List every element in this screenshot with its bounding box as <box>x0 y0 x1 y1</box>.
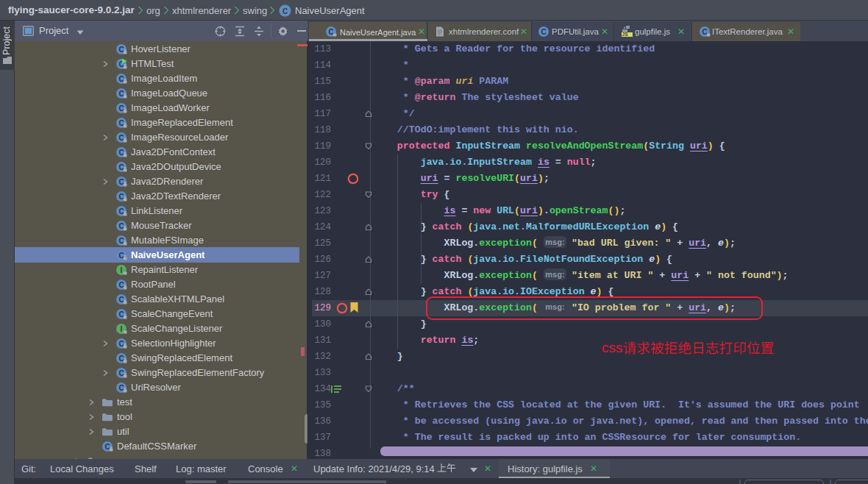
svg-text:C: C <box>118 296 124 304</box>
svg-text:I: I <box>121 325 123 333</box>
svg-text:C: C <box>118 75 124 83</box>
svg-text:C: C <box>118 104 124 113</box>
svg-text:JS: JS <box>622 32 629 37</box>
svg-text:C: C <box>118 384 124 392</box>
svg-text:C: C <box>118 134 124 142</box>
svg-text:C: C <box>541 28 546 36</box>
svg-text:C: C <box>118 355 124 363</box>
svg-text:C: C <box>118 178 124 186</box>
svg-text:C: C <box>118 119 124 127</box>
svg-text:C: C <box>118 310 124 318</box>
svg-text:C: C <box>118 252 124 260</box>
svg-text:C: C <box>118 90 124 98</box>
svg-text:C: C <box>118 163 124 171</box>
svg-text:C: C <box>118 149 124 157</box>
svg-text:C: C <box>118 46 124 54</box>
svg-text:C: C <box>118 193 124 201</box>
svg-text:C: C <box>282 7 288 15</box>
svg-text:C: C <box>702 28 707 36</box>
svg-text:C: C <box>118 281 124 289</box>
svg-text:C: C <box>118 369 124 377</box>
svg-text:I: I <box>121 266 123 274</box>
svg-text:C: C <box>118 207 124 216</box>
svg-text:C: C <box>118 237 124 245</box>
svg-text:C: C <box>104 443 110 451</box>
svg-text:C: C <box>328 28 333 36</box>
svg-text:C: C <box>118 222 124 230</box>
svg-text:C: C <box>118 340 124 348</box>
